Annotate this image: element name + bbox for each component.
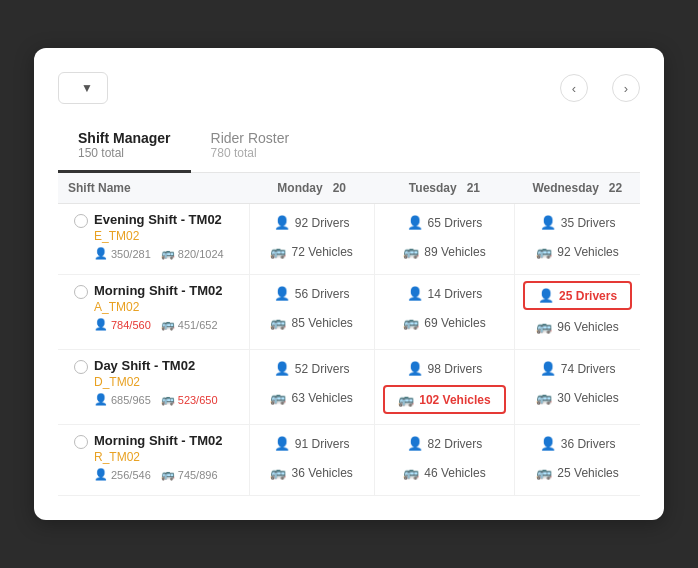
- driver-day-stat: 👤 52 Drivers: [258, 356, 366, 381]
- drivers-stat: 👤 256/546: [94, 468, 151, 481]
- day-cell-row-morning-tm02-a-tuesday: 👤 14 Drivers 🚌 69 Vehicles: [374, 275, 514, 350]
- table-row: Day Shift - TM02 D_TM02 👤 685/965 🚌 523/…: [58, 350, 640, 425]
- vehicle-day-stat: 🚌 36 Vehicles: [258, 460, 366, 485]
- vehicles-stat: 🚌 451/652: [161, 318, 218, 331]
- vehicle-count: 85 Vehicles: [291, 316, 352, 330]
- shift-stats: 👤 350/281 🚌 820/1024: [94, 247, 224, 260]
- driver-count: 65 Drivers: [428, 216, 483, 230]
- drivers-count: 256/546: [111, 469, 151, 481]
- col-tuesday: Tuesday 21: [374, 173, 514, 204]
- driver-count: 14 Drivers: [428, 287, 483, 301]
- shift-id: D_TM02: [94, 375, 218, 389]
- vehicle-day-stat: 🚌 92 Vehicles: [523, 239, 632, 264]
- day-cell-row-day-tm02-tuesday: 👤 98 Drivers 🚌 102 Vehicles: [374, 350, 514, 425]
- driver-count: 52 Drivers: [295, 362, 350, 376]
- driver-day-stat: 👤 65 Drivers: [383, 210, 506, 235]
- driver-icon: 👤: [407, 436, 423, 451]
- vehicle-icon: 🚌: [398, 392, 414, 407]
- vehicle-count: 25 Vehicles: [557, 466, 618, 480]
- driver-count: 25 Drivers: [559, 289, 617, 303]
- driver-count: 35 Drivers: [561, 216, 616, 230]
- vehicle-icon: 🚌: [536, 465, 552, 480]
- vehicle-day-stat: 🚌 89 Vehicles: [383, 239, 506, 264]
- drivers-count: 685/965: [111, 394, 151, 406]
- day-cell-row-day-tm02-wednesday: 👤 74 Drivers 🚌 30 Vehicles: [515, 350, 640, 425]
- prev-date-button[interactable]: ‹: [560, 74, 588, 102]
- driver-icon: 👤: [407, 361, 423, 376]
- row-radio[interactable]: [74, 360, 88, 374]
- vehicles-stat: 🚌 820/1024: [161, 247, 224, 260]
- tab-rider-roster[interactable]: Rider Roster 780 total: [191, 120, 310, 173]
- vehicle-icon: 🚌: [161, 247, 175, 260]
- driver-icon: 👤: [274, 361, 290, 376]
- tab-shift-manager-sub: 150 total: [78, 146, 171, 160]
- vehicle-count: 46 Vehicles: [424, 466, 485, 480]
- vehicle-icon: 🚌: [161, 393, 175, 406]
- driver-icon: 👤: [274, 286, 290, 301]
- vehicle-icon: 🚌: [536, 244, 552, 259]
- driver-day-stat: 👤 74 Drivers: [523, 356, 632, 381]
- driver-icon: 👤: [407, 215, 423, 230]
- vehicles-stat: 🚌 745/896: [161, 468, 218, 481]
- row-selector: Day Shift - TM02 D_TM02 👤 685/965 🚌 523/…: [74, 358, 239, 406]
- driver-day-stat: 👤 82 Drivers: [383, 431, 506, 456]
- vehicle-day-stat: 🚌 96 Vehicles: [523, 314, 632, 339]
- driver-day-stat: 👤 36 Drivers: [523, 431, 632, 456]
- driver-count: 91 Drivers: [295, 437, 350, 451]
- drivers-stat: 👤 350/281: [94, 247, 151, 260]
- shift-stats: 👤 256/546 🚌 745/896: [94, 468, 223, 481]
- day-cell-row-morning-tm02-a-wednesday: 👤 25 Drivers 🚌 96 Vehicles: [515, 275, 640, 350]
- tab-shift-manager[interactable]: Shift Manager 150 total: [58, 120, 191, 173]
- vehicle-icon: 🚌: [161, 318, 175, 331]
- driver-icon: 👤: [540, 436, 556, 451]
- driver-icon: 👤: [94, 318, 108, 331]
- vehicle-day-stat: 🚌 46 Vehicles: [383, 460, 506, 485]
- shift-id: E_TM02: [94, 229, 224, 243]
- vehicle-day-stat: 🚌 85 Vehicles: [258, 310, 366, 335]
- shift-name: Day Shift - TM02: [94, 358, 218, 373]
- table-row: Morning Shift - TM02 R_TM02 👤 256/546 🚌 …: [58, 425, 640, 496]
- driver-icon: 👤: [274, 436, 290, 451]
- vehicle-count: 30 Vehicles: [557, 391, 618, 405]
- driver-count: 56 Drivers: [295, 287, 350, 301]
- day-cell-row-morning-tm02-a-monday: 👤 56 Drivers 🚌 85 Vehicles: [249, 275, 374, 350]
- driver-count: 92 Drivers: [295, 216, 350, 230]
- driver-icon: 👤: [94, 468, 108, 481]
- next-date-button[interactable]: ›: [612, 74, 640, 102]
- driver-count: 74 Drivers: [561, 362, 616, 376]
- vehicle-icon: 🚌: [536, 390, 552, 405]
- row-selector: Evening Shift - TM02 E_TM02 👤 350/281 🚌 …: [74, 212, 239, 260]
- shift-cell-row-day-tm02: Day Shift - TM02 D_TM02 👤 685/965 🚌 523/…: [58, 350, 249, 425]
- vehicle-count: 96 Vehicles: [557, 320, 618, 334]
- vehicle-day-stat: 🚌 30 Vehicles: [523, 385, 632, 410]
- drivers-count: 784/560: [111, 319, 151, 331]
- row-radio[interactable]: [74, 435, 88, 449]
- tabs: Shift Manager 150 total Rider Roster 780…: [58, 120, 640, 173]
- vehicle-count: 69 Vehicles: [424, 316, 485, 330]
- row-radio[interactable]: [74, 285, 88, 299]
- main-card: ▼ ‹ › Shift Manager 150 total Rider Rost…: [34, 48, 664, 520]
- driver-icon: 👤: [94, 247, 108, 260]
- driver-day-stat: 👤 91 Drivers: [258, 431, 366, 456]
- table-row: Morning Shift - TM02 A_TM02 👤 784/560 🚌 …: [58, 275, 640, 350]
- shift-cell-row-morning-tm02-a: Morning Shift - TM02 A_TM02 👤 784/560 🚌 …: [58, 275, 249, 350]
- vehicle-icon: 🚌: [403, 244, 419, 259]
- shift-stats: 👤 685/965 🚌 523/650: [94, 393, 218, 406]
- driver-day-stat: 👤 92 Drivers: [258, 210, 366, 235]
- header: ▼ ‹ ›: [58, 72, 640, 104]
- vehicle-count: 63 Vehicles: [291, 391, 352, 405]
- driver-count: 36 Drivers: [561, 437, 616, 451]
- vehicle-count: 72 Vehicles: [291, 245, 352, 259]
- drivers-count: 350/281: [111, 248, 151, 260]
- shift-name: Morning Shift - TM02: [94, 283, 223, 298]
- date-nav: ‹ ›: [560, 74, 640, 102]
- vehicle-day-stat: 🚌 69 Vehicles: [383, 310, 506, 335]
- table-row: Evening Shift - TM02 E_TM02 👤 350/281 🚌 …: [58, 204, 640, 275]
- vehicle-day-stat: 🚌 63 Vehicles: [258, 385, 366, 410]
- row-radio[interactable]: [74, 214, 88, 228]
- driver-icon: 👤: [540, 215, 556, 230]
- vehicle-icon: 🚌: [536, 319, 552, 334]
- vehicle-count: 102 Vehicles: [419, 393, 490, 407]
- col-monday: Monday 20: [249, 173, 374, 204]
- teams-dropdown[interactable]: ▼: [58, 72, 108, 104]
